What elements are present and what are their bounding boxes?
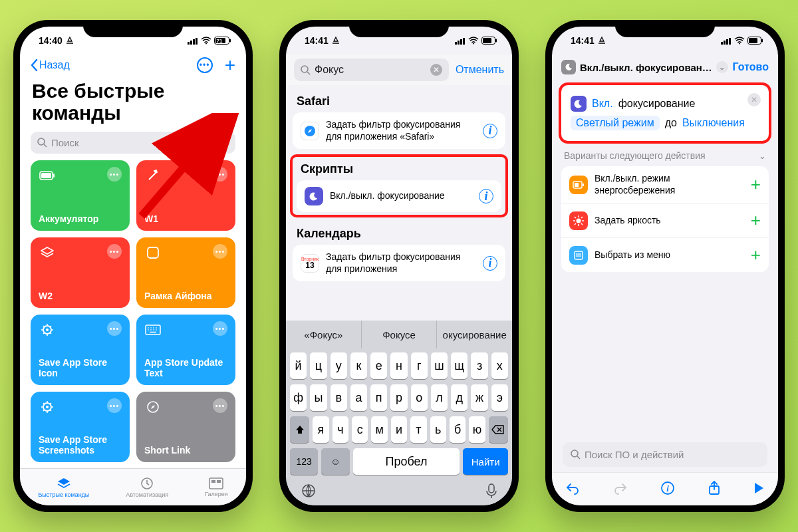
key-к[interactable]: к — [350, 352, 367, 379]
key-э[interactable]: э — [491, 384, 508, 411]
key-ц[interactable]: ц — [310, 352, 327, 379]
tile-menu-icon[interactable]: ••• — [107, 244, 122, 259]
more-options-button[interactable]: ••• — [197, 57, 213, 73]
action-safari-filter[interactable]: Задать фильтр фокусирования для приложен… — [293, 112, 505, 149]
key-я[interactable]: я — [313, 416, 329, 443]
key-ь[interactable]: ь — [430, 416, 446, 443]
key-с[interactable]: с — [352, 416, 368, 443]
undo-button[interactable] — [565, 481, 580, 497]
key-т[interactable]: т — [410, 416, 426, 443]
key-и[interactable]: и — [391, 416, 407, 443]
info-icon[interactable]: i — [479, 189, 493, 203]
tile-menu-icon[interactable]: ••• — [107, 321, 122, 336]
back-button[interactable]: Назад — [31, 59, 70, 71]
add-icon[interactable]: + — [751, 245, 761, 265]
key-е[interactable]: е — [370, 352, 387, 379]
add-shortcut-button[interactable]: + — [225, 57, 235, 73]
key-щ[interactable]: щ — [451, 352, 467, 379]
info-icon[interactable]: i — [483, 256, 497, 271]
tile-menu-icon[interactable]: ••• — [107, 398, 122, 413]
add-icon[interactable]: + — [751, 174, 761, 195]
token-toggle[interactable]: Вкл. — [592, 98, 613, 110]
tab-automation[interactable]: Автоматизация — [126, 477, 168, 498]
key-у[interactable]: у — [331, 352, 347, 379]
actions-search-input[interactable]: Поиск ПО и действий — [563, 442, 767, 467]
tile-save-icon[interactable]: ••• Save App Store Icon — [31, 315, 130, 385]
key-р[interactable]: р — [390, 384, 407, 411]
key-в[interactable]: в — [331, 384, 347, 411]
info-icon[interactable]: i — [483, 124, 497, 138]
suggestion-2[interactable]: Фокусе — [362, 321, 438, 348]
remove-action-button[interactable]: ✕ — [747, 93, 761, 106]
tile-battery[interactable]: ••• Аккумулятор — [31, 160, 130, 231]
shift-key[interactable] — [290, 416, 309, 443]
key-а[interactable]: а — [350, 384, 367, 411]
key-б[interactable]: б — [450, 416, 466, 443]
key-й[interactable]: й — [290, 352, 307, 379]
backspace-key[interactable] — [489, 416, 508, 443]
tile-w1[interactable]: ••• W1 — [136, 160, 235, 231]
mic-key[interactable] — [485, 483, 497, 501]
svg-line-59 — [575, 217, 576, 218]
svg-rect-1 — [190, 41, 192, 45]
emoji-key[interactable]: ☺ — [321, 448, 349, 475]
tile-menu-icon[interactable]: ••• — [213, 321, 227, 336]
key-г[interactable]: г — [411, 352, 428, 379]
tile-update-text[interactable]: ••• App Store Update Text — [136, 315, 235, 385]
clear-search-button[interactable]: ✕ — [430, 64, 442, 76]
key-о[interactable]: о — [411, 384, 428, 411]
tile-menu-icon[interactable]: ••• — [213, 244, 227, 259]
numbers-key[interactable]: 123 — [290, 448, 318, 475]
action-toggle-focus[interactable]: Вкл./выкл. фокусирование i — [297, 180, 501, 212]
add-icon[interactable]: + — [751, 210, 761, 231]
shortcut-title[interactable]: Вкл./выкл. фокусирован… ⌄ — [561, 60, 728, 74]
tile-shortlink[interactable]: ••• Short Link — [136, 392, 235, 462]
shortcuts-grid: ••• Аккумулятор ••• W1 ••• W2 ••• Рамка … — [20, 160, 246, 462]
run-button[interactable] — [753, 481, 765, 497]
tile-frame[interactable]: ••• Рамка Айфона — [136, 237, 235, 308]
tile-screenshots[interactable]: ••• Save App Store Screenshots — [31, 392, 130, 462]
key-ч[interactable]: ч — [332, 416, 348, 443]
key-ю[interactable]: ю — [469, 416, 485, 443]
status-time: 14:40 — [39, 35, 63, 46]
key-н[interactable]: н — [390, 352, 407, 379]
svg-line-60 — [581, 223, 583, 225]
key-ф[interactable]: ф — [290, 384, 307, 411]
action-calendar-filter[interactable]: Вторник13 Задать фильтр фокусирования дл… — [293, 245, 505, 281]
info-button[interactable]: i — [660, 481, 675, 498]
tile-menu-icon[interactable]: ••• — [213, 167, 227, 182]
editor-toolbar: i — [552, 472, 778, 505]
suggestion-3[interactable]: окусирование — [437, 321, 512, 348]
cancel-button[interactable]: Отменить — [456, 64, 504, 76]
space-key[interactable]: Пробел — [353, 448, 460, 475]
tab-shortcuts[interactable]: Быстрые команды — [38, 477, 89, 498]
token-off[interactable]: Выключения — [682, 117, 745, 129]
key-ж[interactable]: ж — [471, 384, 487, 411]
tile-w2[interactable]: ••• W2 — [31, 237, 130, 308]
suggestion-1[interactable]: «Фокус» — [286, 321, 362, 348]
suggestion-brightness[interactable]: Задать яркость + — [561, 203, 769, 238]
key-х[interactable]: х — [491, 352, 508, 379]
key-ы[interactable]: ы — [310, 384, 327, 411]
tile-menu-icon[interactable]: ••• — [107, 167, 122, 182]
share-button[interactable] — [708, 481, 720, 498]
suggestions-header[interactable]: Варианты следующего действия ⌄ — [552, 150, 778, 166]
done-button[interactable]: Готово — [733, 61, 769, 73]
key-д[interactable]: д — [451, 384, 467, 411]
suggestion-choose-menu[interactable]: Выбрать из меню + — [561, 238, 769, 272]
key-л[interactable]: л — [431, 384, 448, 411]
globe-key[interactable] — [301, 483, 317, 501]
key-з[interactable]: з — [471, 352, 487, 379]
suggestion-low-power[interactable]: Вкл./выкл. режим энергосбережения + — [561, 166, 769, 203]
find-key[interactable]: Найти — [463, 448, 508, 475]
tile-menu-icon[interactable]: ••• — [213, 398, 227, 413]
key-п[interactable]: п — [370, 384, 387, 411]
search-input[interactable]: Поиск — [31, 132, 235, 154]
search-field[interactable]: Фокус ✕ — [294, 59, 449, 81]
chevron-down-icon[interactable]: ⌄ — [716, 61, 728, 73]
tab-gallery[interactable]: Галерея — [205, 477, 228, 497]
action-block[interactable]: ✕ Вкл. фокусирование Светлый режим до Вы… — [559, 82, 771, 144]
token-mode[interactable]: Светлый режим — [571, 116, 660, 130]
key-м[interactable]: м — [371, 416, 387, 443]
key-ш[interactable]: ш — [431, 352, 448, 379]
